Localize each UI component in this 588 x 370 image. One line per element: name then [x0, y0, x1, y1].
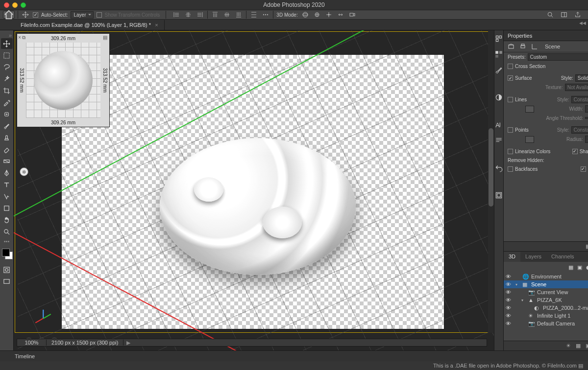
foreground-color-swatch[interactable]	[2, 249, 10, 256]
brushes-panel-icon[interactable]	[494, 66, 503, 74]
secondary-view-menu-icon[interactable]: ▤	[103, 35, 107, 40]
libraries-panel-icon[interactable]	[494, 191, 503, 200]
hand-tool[interactable]	[1, 214, 13, 225]
distribute-icon[interactable]	[249, 10, 258, 19]
vertical-scrollbar[interactable]	[488, 30, 494, 333]
render-icon[interactable]: ▦	[586, 243, 588, 250]
path-tool[interactable]	[1, 191, 13, 202]
character-panel-icon[interactable]: A	[494, 120, 503, 129]
adjustments-panel-icon[interactable]	[494, 93, 503, 102]
eyedropper-tool[interactable]	[1, 97, 13, 108]
tree-row[interactable]: 👁🌐Environment	[504, 273, 588, 280]
quickmask-tool[interactable]	[1, 264, 13, 275]
new-light-icon[interactable]: ☀	[566, 343, 571, 349]
status-flyout-icon[interactable]: ▶	[123, 340, 133, 346]
visibility-icon[interactable]: 👁	[506, 321, 512, 326]
collapse-panel-icon[interactable]: ◀◀	[579, 21, 586, 25]
tree-row[interactable]: 👁☀Infinite Light 1	[504, 312, 588, 320]
timeline-panel-header[interactable]: Timeline	[0, 350, 588, 361]
align-right-icon[interactable]	[196, 10, 204, 19]
backfaces-checkbox[interactable]	[508, 166, 513, 172]
shadows-checkbox[interactable]	[572, 149, 578, 154]
visibility-icon[interactable]: 👁	[506, 289, 512, 295]
render-3d-icon[interactable]: ▦	[576, 343, 581, 349]
tree-row[interactable]: 👁📷Default Camera	[504, 320, 588, 327]
document-tab[interactable]: FileInfo.com Example.dae @ 100% (Layer 1…	[15, 20, 165, 30]
3d-axis-gizmo[interactable]	[33, 308, 53, 328]
document-canvas[interactable]	[62, 55, 444, 329]
scrollbar-thumb[interactable]	[489, 128, 493, 207]
align-bottom-icon[interactable]	[234, 10, 243, 19]
paragraph-panel-icon[interactable]	[494, 136, 503, 145]
tree-row[interactable]: 👁◐PIZZA_2000...2-material	[504, 304, 588, 312]
home-button[interactable]	[3, 11, 15, 19]
new-3d-icon[interactable]: ▣	[586, 343, 588, 349]
tree-row[interactable]: 👁▾▲PIZZA_6K	[504, 296, 588, 304]
3d-mesh-object[interactable]	[160, 138, 356, 275]
3d-pan-icon[interactable]	[324, 10, 333, 19]
zoom-tool[interactable]	[1, 226, 13, 237]
cross-section-checkbox[interactable]	[508, 64, 513, 69]
tree-row[interactable]: 👁📷Current View	[504, 288, 588, 296]
visibility-icon[interactable]: 👁	[506, 274, 512, 279]
align-top-icon[interactable]	[211, 10, 220, 19]
edit-toolbar-icon[interactable]: •••	[1, 238, 13, 245]
3d-roll-icon[interactable]	[313, 10, 321, 19]
toolbar-grip-icon[interactable]: »	[0, 32, 13, 37]
filter-material-icon[interactable]: ◐	[586, 264, 588, 271]
linearize-checkbox[interactable]	[508, 149, 513, 154]
align-left-icon[interactable]	[172, 10, 181, 19]
move-tool[interactable]	[1, 38, 13, 49]
swatches-panel-icon[interactable]	[494, 50, 503, 59]
surface-checkbox[interactable]	[508, 75, 513, 81]
visibility-icon[interactable]: 👁	[506, 305, 512, 311]
healing-tool[interactable]	[1, 109, 13, 119]
magic-wand-tool[interactable]	[1, 73, 13, 84]
search-icon[interactable]	[546, 10, 555, 19]
marquee-tool[interactable]	[1, 50, 13, 61]
disclosure-icon[interactable]: ▾	[521, 298, 526, 302]
lines2-checkbox[interactable]	[581, 166, 586, 172]
auto-select-checkbox[interactable]	[33, 12, 38, 18]
document-info[interactable]: 2100 px x 1500 px (300 ppi)	[47, 340, 123, 346]
visibility-icon[interactable]: 👁	[506, 313, 512, 319]
eraser-tool[interactable]	[1, 144, 13, 155]
zoom-level[interactable]: 100%	[17, 340, 47, 346]
history-panel-icon[interactable]	[494, 163, 503, 172]
gradient-tool[interactable]	[1, 156, 13, 166]
coords-icon[interactable]	[531, 43, 538, 50]
3d-widget-pin[interactable]: ✲	[20, 167, 28, 176]
texture-dropdown[interactable]: Not Availa...	[565, 84, 588, 91]
points-checkbox[interactable]	[508, 127, 513, 133]
tab-3d[interactable]: 3D	[504, 252, 520, 262]
align-hcenter-icon[interactable]	[184, 10, 193, 19]
brush-tool[interactable]	[1, 120, 13, 131]
align-vcenter-icon[interactable]	[222, 10, 231, 19]
pen-tool[interactable]	[1, 167, 13, 178]
screenmode-tool[interactable]	[1, 276, 13, 287]
3d-camera-icon[interactable]	[348, 10, 357, 19]
color-swatches[interactable]	[1, 248, 13, 260]
tab-layers[interactable]: Layers	[520, 252, 546, 262]
3d-scene-tree[interactable]: 👁🌐Environment👁▾▦Scene👁📷Current View👁▾▲PI…	[504, 273, 588, 341]
more-align-icon[interactable]	[261, 10, 270, 19]
surface-style-dropdown[interactable]: Solid	[575, 74, 588, 82]
lines-checkbox[interactable]	[508, 97, 513, 102]
share-icon[interactable]	[573, 10, 582, 19]
type-tool[interactable]	[1, 179, 13, 190]
canvas-area[interactable]: × ⧉ ▤ 309.26 mm 309.26 mm 313.52 mm 313.…	[14, 30, 494, 350]
auto-select-target-dropdown[interactable]: Layer	[71, 11, 93, 19]
workspace-icon[interactable]	[560, 10, 568, 19]
visibility-icon[interactable]: 👁	[506, 297, 512, 303]
print-icon[interactable]	[519, 43, 526, 50]
tab-channels[interactable]: Channels	[546, 252, 579, 262]
filter-mesh-icon[interactable]: ▣	[577, 264, 582, 271]
secondary-view-close-icon[interactable]: ×	[18, 35, 21, 41]
shape-tool[interactable]	[1, 203, 13, 213]
presets-dropdown[interactable]: Custom	[528, 53, 588, 61]
close-tab-icon[interactable]: ×	[155, 22, 158, 28]
visibility-icon[interactable]: 👁	[506, 281, 512, 287]
crop-tool[interactable]	[1, 85, 13, 96]
properties-panel-header[interactable]: Properties ≡	[504, 30, 588, 41]
color-panel-icon[interactable]	[494, 34, 503, 43]
